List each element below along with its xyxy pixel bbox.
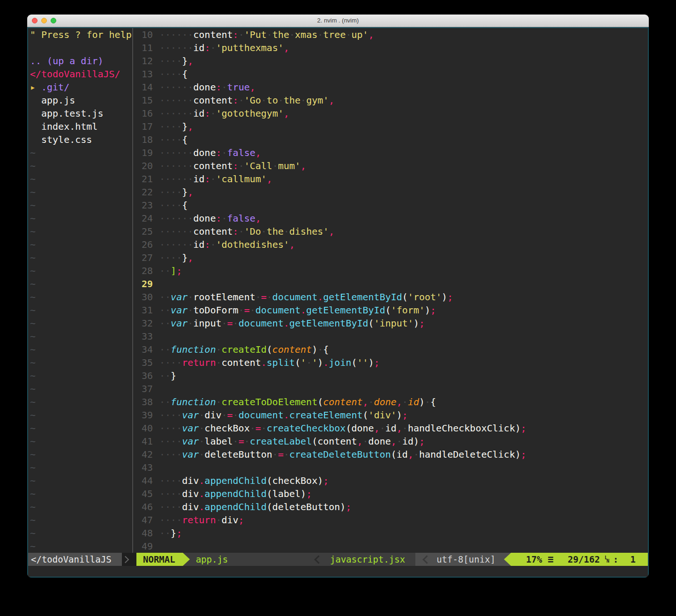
nerdtree-item-app.js[interactable]: app.js — [28, 94, 132, 107]
code-line[interactable]: 39····var·div·=·document.createElement('… — [136, 408, 648, 422]
tilde-row: ~ — [28, 435, 132, 448]
code-line[interactable]: 36··} — [136, 369, 648, 382]
tilde-row: ~ — [28, 422, 132, 435]
code-line[interactable]: 20······content:·'Call·mum', — [136, 159, 648, 172]
code-line[interactable]: 29 — [136, 277, 648, 290]
line-number: 18 — [136, 133, 153, 146]
desktop: { "window": { "title": "2. nvim . (nvim)… — [0, 0, 676, 616]
code-line[interactable]: 26······id:·'dothedishes', — [136, 238, 648, 251]
line-number: 26 — [136, 238, 153, 251]
code-line[interactable]: 14······done:·true, — [136, 81, 648, 94]
code-line-text: ····return·content.split('·').join(''); — [159, 356, 380, 369]
line-number: 21 — [136, 172, 153, 186]
code-line[interactable]: 48··}; — [136, 527, 648, 540]
tilde-row: ~ — [28, 500, 132, 513]
code-line-text: ····var·div·=·document.createElement('di… — [159, 408, 408, 422]
line-number: 36 — [136, 369, 153, 382]
code-line[interactable]: 41····var·label·=·createLabel(content,·d… — [136, 435, 648, 448]
line-number: 11 — [136, 41, 153, 54]
code-line[interactable]: 37 — [136, 382, 648, 395]
code-line[interactable]: 21······id:·'callmum', — [136, 172, 648, 186]
code-line[interactable]: 43 — [136, 461, 648, 474]
line-number: 34 — [136, 343, 153, 356]
code-line[interactable]: 16······id:·'gotothegym', — [136, 107, 648, 120]
nerdtree-item-label: index.html — [41, 121, 98, 132]
code-line[interactable]: 27····}, — [136, 251, 648, 264]
line-number: 25 — [136, 225, 153, 238]
code-line[interactable]: 15······content:·'Go·to·the·gym', — [136, 94, 648, 107]
code-line[interactable]: 23····{ — [136, 199, 648, 212]
code-line[interactable]: 31··var·toDoForm·=·document.getElementBy… — [136, 304, 648, 317]
code-line[interactable]: 12····}, — [136, 54, 648, 67]
line-number: 40 — [136, 422, 153, 435]
line-number: 22 — [136, 186, 153, 199]
code-line-text: ····}, — [159, 186, 193, 199]
code-line-text: ··}; — [159, 527, 182, 540]
line-number: 39 — [136, 408, 153, 422]
code-line[interactable]: 46····div.appendChild(deleteButton); — [136, 500, 648, 513]
code-line[interactable]: 34··function·createId(content)·{ — [136, 343, 648, 356]
code-line[interactable]: 19······done:·false, — [136, 146, 648, 159]
code-line[interactable]: 11······id:·'putthexmas', — [136, 41, 648, 54]
code-line-text: ··var·input·=·document.getElementById('i… — [159, 317, 425, 330]
nerdtree-file-list: ▸.git/app.jsapp.test.jsindex.htmlstyle.c… — [28, 81, 132, 146]
code-line[interactable]: 22····}, — [136, 186, 648, 199]
line-number: 37 — [136, 382, 153, 395]
tilde-row: ~ — [28, 527, 132, 540]
code-line-text: ······done:·false, — [159, 212, 261, 225]
code-line-text: ······content:·'Go·to·the·gym', — [159, 94, 334, 107]
line-number: 30 — [136, 290, 153, 304]
code-line[interactable]: 44····div.appendChild(checkBox); — [136, 474, 648, 487]
code-line-text: ······id:·'callmum', — [159, 172, 272, 186]
code-line[interactable]: 28··]; — [136, 264, 648, 277]
line-number: 32 — [136, 317, 153, 330]
nerdtree-item-label: app.test.js — [41, 108, 103, 119]
code-line[interactable]: 40····var·checkBox·=·createCheckbox(done… — [136, 422, 648, 435]
nerdtree-item-app.test.js[interactable]: app.test.js — [28, 107, 132, 120]
code-line[interactable]: 47····return·div; — [136, 513, 648, 527]
nerdtree-item-index.html[interactable]: index.html — [28, 120, 132, 133]
code-line[interactable]: 30··var·rootElement·=·document.getElemen… — [136, 290, 648, 304]
line-number: 23 — [136, 199, 153, 212]
code-line-text: ··var·rootElement·=·document.getElementB… — [159, 290, 453, 304]
code-line-text: ······content:·'Call·mum', — [159, 159, 306, 172]
code-line[interactable]: 35····return·content.split('·').join('')… — [136, 356, 648, 369]
code-line[interactable]: 38··function·createToDoElement(content,·… — [136, 395, 648, 408]
code-line-text: ····var·label·=·createLabel(content,·don… — [159, 435, 425, 448]
code-line-text: ····var·checkBox·=·createCheckbox(done,·… — [159, 422, 526, 435]
line-number: 12 — [136, 54, 153, 67]
code-line[interactable]: 18····{ — [136, 133, 648, 146]
code-line[interactable]: 33 — [136, 330, 648, 343]
tilde-row: ~ — [28, 487, 132, 500]
code-line[interactable]: 32··var·input·=·document.getElementById(… — [136, 317, 648, 330]
nerdtree-item-.git[interactable]: ▸.git/ — [28, 81, 132, 94]
window-titlebar[interactable]: 2. nvim . (nvim) — [27, 15, 649, 27]
tilde-row: ~ — [28, 408, 132, 422]
tilde-row: ~ — [28, 225, 132, 238]
code-line-text: ··} — [159, 369, 176, 382]
tilde-row: ~ — [28, 513, 132, 527]
code-line[interactable]: 24······done:·false, — [136, 212, 648, 225]
nerdtree-item-style.css[interactable]: style.css — [28, 133, 132, 146]
vim-panes: " Press ? for help .. (up a dir) </todoV… — [28, 28, 648, 553]
statusline-file-segment: app.js javascript.jsx — [190, 553, 416, 566]
collapsed-dir-arrow-icon: ▸ — [30, 81, 41, 94]
nerdtree-up-dir[interactable]: .. (up a dir) — [28, 54, 132, 67]
nerdtree-panel[interactable]: " Press ? for help .. (up a dir) </todoV… — [28, 28, 132, 553]
code-line-text: ····{ — [159, 67, 188, 81]
code-line[interactable]: 25······content:·'Do·the·dishes', — [136, 225, 648, 238]
nerdtree-item-label: .git/ — [41, 82, 69, 93]
code-line[interactable]: 45····div.appendChild(label); — [136, 487, 648, 500]
line-number: 31 — [136, 304, 153, 317]
line-number: 38 — [136, 395, 153, 408]
line-number: 28 — [136, 264, 153, 277]
command-line[interactable] — [28, 566, 648, 577]
powerline-arrow-right-icon — [183, 553, 190, 566]
code-line[interactable]: 49 — [136, 540, 648, 553]
code-line[interactable]: 13····{ — [136, 67, 648, 81]
editor-buffer[interactable]: 10······content:·'Put·the·xmas·tree·up',… — [134, 28, 648, 553]
code-line[interactable]: 17····}, — [136, 120, 648, 133]
code-line[interactable]: 10······content:·'Put·the·xmas·tree·up', — [136, 28, 648, 41]
code-line[interactable]: 42····var·deleteButton·=·createDeleteBut… — [136, 448, 648, 461]
tilde-row: ~ — [28, 290, 132, 304]
